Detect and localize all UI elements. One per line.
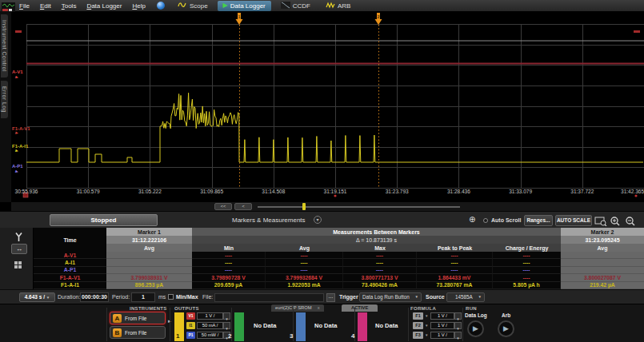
chevron-down-icon[interactable]: ▾ — [314, 216, 322, 224]
output1-tag-v1: V1 — [186, 312, 195, 320]
measurement-row-a-i1[interactable]: A-I1-------------------- — [34, 259, 644, 266]
measurement-cell: A-P1 — [34, 267, 106, 274]
time-label: Time — [34, 236, 106, 244]
menu-file[interactable]: File — [19, 2, 30, 10]
tab-arb[interactable]: ARB — [320, 1, 356, 11]
source-dropdown[interactable]: 14585A▼ — [446, 292, 485, 302]
menu-edit[interactable]: Edit — [40, 2, 51, 10]
file-input[interactable] — [214, 293, 324, 302]
measurement-cell: 73.490426 mA — [343, 282, 417, 289]
channel-label-f1-a-v1[interactable]: F1-A-V1► — [12, 126, 30, 137]
x-axis-tick: 31:23.793 — [386, 189, 409, 194]
formula-tag-f1[interactable]: F1 — [413, 312, 423, 320]
status-stopped-button[interactable]: Stopped — [50, 214, 158, 226]
measurement-row-a-p1[interactable]: A-P1-------------------- — [34, 267, 644, 274]
marker2-header[interactable]: Marker 2 — [561, 228, 644, 236]
measurement-cell: 1.864433 mV — [417, 274, 493, 281]
instrument-a-button[interactable]: A From File — [110, 312, 166, 324]
tab-data-logger[interactable]: ▶ Data Logger — [218, 1, 271, 11]
run-header: RUN — [466, 306, 477, 311]
menu-tools[interactable]: Tools — [62, 2, 77, 10]
outputs-header: OUTPUTS — [174, 306, 199, 311]
period-input[interactable]: 1 — [131, 292, 155, 302]
tab-ccdf[interactable]: CCDF — [275, 1, 316, 11]
tab-scope[interactable]: Scope — [172, 1, 214, 11]
zoom-region-icon[interactable] — [594, 215, 607, 226]
x-axis-tick: 31:42.365 — [621, 189, 644, 194]
measurement-cell: ---- — [192, 259, 266, 266]
formula-tag-f2[interactable]: F2 — [413, 322, 423, 329]
dropdown-caret-icon[interactable]: ▼ — [425, 314, 428, 318]
menu-data-logger[interactable]: Data Logger — [86, 2, 122, 10]
layout-grid-icon[interactable] — [11, 259, 26, 273]
scroll-thumb[interactable] — [302, 203, 306, 210]
data-file-tab[interactable]: eurt(2)C P SROMx — [271, 304, 324, 312]
zoom-out-icon[interactable] — [625, 215, 636, 226]
ranges-button[interactable]: Ranges... — [524, 215, 553, 226]
scroll-fast-left-button[interactable]: << — [214, 203, 232, 210]
measurement-cell — [106, 259, 192, 266]
marker1-header[interactable]: Marker 1 — [106, 228, 192, 236]
formula-header: FORMULA — [410, 306, 436, 311]
col-max: Max — [343, 244, 417, 252]
dropdown-caret-icon[interactable]: ▼ — [425, 333, 428, 337]
marker-span-icon[interactable]: ↔ — [11, 244, 27, 254]
dropdown-caret-icon[interactable]: ▼ — [223, 312, 230, 320]
time-scrollbar: << < — [11, 202, 644, 211]
channel-label-a-v1[interactable]: A-V1► — [12, 70, 23, 80]
datalog-play-button[interactable]: ▶ — [467, 320, 484, 337]
channel-label-a-p1[interactable]: A-P1► — [12, 164, 23, 174]
formula-tag-f3[interactable]: F3 — [413, 332, 423, 339]
formula-range-f2[interactable]: 1 V / — [430, 322, 454, 329]
measurement-row-a-v1[interactable]: A-V1-------------------- — [34, 252, 644, 259]
datalog-run-label: Data Log — [465, 312, 487, 318]
formula-range-f3[interactable]: 1 V / — [430, 332, 454, 339]
info-sphere-icon[interactable] — [157, 2, 165, 10]
timebase-dropdown[interactable]: 4.643 s / ▼ — [19, 292, 55, 302]
x-axis-tick: 31:05.222 — [138, 189, 162, 194]
minmax-checkbox[interactable] — [168, 294, 174, 300]
menu-help[interactable]: Help — [132, 2, 145, 10]
marker1-col-header: Avg — [106, 244, 192, 252]
formula-range-f1[interactable]: 1 V / — [430, 312, 454, 320]
dropdown-caret-icon[interactable]: ▼ — [454, 322, 462, 329]
dropdown-caret-icon[interactable]: ▼ — [425, 324, 428, 328]
channel-label-f1-a-i1[interactable]: F1-A-I1► — [12, 144, 28, 154]
arb-play-button[interactable]: ▶ — [498, 320, 514, 337]
x-axis-tick: 30:55.936 — [15, 189, 38, 194]
auto-scroll-radio[interactable] — [483, 218, 488, 223]
divider — [106, 308, 107, 341]
tab-error-log[interactable]: Error Log — [1, 81, 8, 118]
auto-scale-button[interactable]: AUTO SCALE — [555, 215, 592, 226]
scroll-left-button[interactable]: < — [234, 203, 252, 210]
instrument-b-button[interactable]: B From File — [110, 326, 166, 339]
output1-range-i1[interactable]: 50 mA / — [197, 322, 223, 329]
trigger-dropdown[interactable]: Data Log Run Button▼ — [359, 292, 422, 302]
zoom-in-icon[interactable] — [610, 215, 621, 226]
dropdown-caret-icon[interactable]: ▼ — [454, 312, 462, 320]
output4-color-bar — [358, 312, 367, 341]
left-sidebar: Instrument Control Error Log — [0, 11, 11, 202]
table-time-row: Time 31:12.222106 Δ = 10.873139 s 31:23.… — [34, 236, 644, 244]
dropdown-caret-icon[interactable]: ▼ — [454, 332, 462, 339]
active-tab[interactable]: ACTIVE — [342, 304, 378, 312]
pan-crosshair-icon[interactable]: ⊕ — [469, 215, 475, 225]
tab-instrument-control[interactable]: Instrument Control — [1, 14, 8, 78]
measurement-cell — [561, 267, 644, 274]
divider — [408, 308, 409, 341]
waveform-chart[interactable]: 12 A-V1►F1-A-V1►F1-A-I1►A-P1► 30:55.9363… — [11, 11, 644, 202]
scroll-track[interactable] — [258, 206, 460, 208]
marker2-time: 31:23.095245 — [561, 236, 644, 244]
browse-button[interactable]: ... — [326, 293, 335, 302]
app-window: FileEditToolsData LoggerHelp Scope ▶ Dat… — [0, 0, 644, 342]
x-axis-tick: 31:28.436 — [447, 189, 470, 194]
dropdown-caret-icon[interactable]: ▼ — [223, 322, 230, 329]
output1-range-p1[interactable]: 50 mW / — [197, 332, 223, 339]
table-tools-strip: ↔ — [0, 228, 34, 289]
col-charge-energy: Charge / Energy — [493, 244, 561, 252]
output1-range-v1[interactable]: 1 V / — [197, 312, 223, 320]
measurement-row-f1-a-i1[interactable]: F1-A-I1896.253 µA209.659 µA1.922053 mA73… — [34, 282, 644, 289]
measurement-row-f1-a-v1[interactable]: F1-A-V13.799038931 V3.79890728 V3.799932… — [34, 274, 644, 281]
measurement-cell: 3.800027087 V — [561, 274, 644, 281]
close-tab-icon[interactable]: x — [318, 305, 320, 310]
